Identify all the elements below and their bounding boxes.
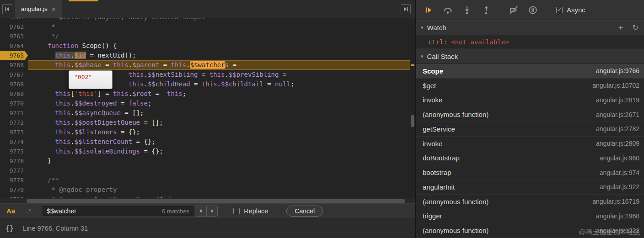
search-input-wrap: 6 matches: [43, 206, 193, 216]
gutter-line-number[interactable]: 9766: [0, 60, 28, 70]
code-line[interactable]: * @ngdoc property: [32, 185, 410, 195]
gutter-line-number[interactable]: 9769: [0, 89, 28, 99]
editor-body: 9761976297639764976597669767976897699770…: [0, 18, 410, 198]
code-line[interactable]: this.$$destroyed = false;: [32, 99, 410, 108]
pretty-print-icon[interactable]: {}: [5, 224, 14, 233]
call-stack-section-header[interactable]: ▾ Call Stack: [416, 49, 644, 64]
next-match-button[interactable]: ∨: [206, 206, 218, 217]
add-watch-icon[interactable]: +: [618, 23, 623, 32]
gutter-line-number[interactable]: 9773: [0, 127, 28, 137]
stack-frame-location: angular.js:974: [600, 169, 639, 176]
code-line[interactable]: this.$$isolateBindings = {};: [32, 147, 410, 156]
replace-checkbox[interactable]: [233, 208, 240, 214]
tab-close-icon[interactable]: ×: [52, 5, 56, 12]
sources-panel: angular.js × 976197629763976497659766976…: [0, 0, 415, 238]
gutter-line-number[interactable]: 9763: [0, 32, 28, 41]
deactivate-breakpoints-icon[interactable]: [508, 4, 520, 16]
code-line[interactable]: this['this'] = this.$root = this;: [32, 89, 410, 99]
navigator-toggle-button[interactable]: [0, 0, 15, 18]
stack-frame-row[interactable]: $getangular.js:10702: [416, 79, 644, 93]
gutter-line-number[interactable]: 9768: [0, 79, 28, 89]
previous-match-button[interactable]: ∧: [195, 206, 206, 217]
stack-frame-function: (anonymous function): [423, 111, 488, 118]
stack-frame-location: angular.js:2671: [596, 111, 639, 118]
match-steppers: ∧ ∨: [195, 206, 218, 217]
match-case-toggle[interactable]: Aa: [6, 207, 15, 215]
gutter-line-number[interactable]: 9765: [0, 51, 28, 60]
code-line[interactable]: this.$$phase = this.$parent = this.$$wat…: [28, 60, 410, 70]
stack-frame-location: angular.js:1968: [596, 212, 639, 220]
stack-frame-function: bootstrap: [423, 169, 451, 176]
gutter-line-number[interactable]: 9764: [0, 41, 28, 51]
stack-frame-row[interactable]: (anonymous function)angular.js:16719: [416, 195, 644, 209]
stack-frame-row[interactable]: (anonymous function)angular.js:2671: [416, 107, 644, 122]
step-over-icon[interactable]: [442, 4, 454, 16]
code-line[interactable]: function Scope() {: [32, 41, 410, 51]
stack-frame-location: angular.js:922: [600, 183, 639, 190]
code-line[interactable]: [32, 166, 410, 175]
step-into-icon[interactable]: [461, 4, 473, 16]
code-line[interactable]: this.$$listenerCount = {};: [32, 137, 410, 147]
tabstrip-spacer: [62, 0, 401, 18]
tab-angular-js[interactable]: angular.js ×: [15, 0, 62, 18]
gutter-line-number[interactable]: 9762: [0, 22, 28, 32]
code-line[interactable]: /**: [32, 175, 410, 185]
gutter-line-number[interactable]: 9779: [0, 185, 28, 195]
stack-frame-row[interactable]: doBootstrapangular.js:960: [416, 151, 644, 166]
cancel-button[interactable]: Cancel: [286, 206, 323, 217]
gutter-line-number[interactable]: 9776: [0, 156, 28, 166]
gutter-line-number[interactable]: 9771: [0, 108, 28, 118]
watch-section-header[interactable]: ▾ Watch + ↻: [416, 20, 644, 35]
stack-frame-row[interactable]: getServiceangular.js:2782: [416, 122, 644, 137]
debugger-sidebar: ✓ Async ▾ Watch + ↻ ctrl:<not available>…: [415, 0, 644, 238]
stack-frame-row[interactable]: angularInitangular.js:922: [416, 180, 644, 195]
scrollbar-execution-marker: [411, 64, 414, 66]
code-line[interactable]: * @name ng.$rootScope.Scope#$id: [32, 195, 410, 198]
gutter-line-number[interactable]: 9775: [0, 147, 28, 156]
gutter-line-number[interactable]: 9780: [0, 195, 28, 198]
collapse-navigator-icon: [2, 4, 12, 14]
drawer-toggle-button[interactable]: [401, 0, 415, 18]
gutter-line-number[interactable]: 9767: [0, 70, 28, 79]
gutter-line-number[interactable]: 9772: [0, 118, 28, 127]
gutter-line-number[interactable]: 9761: [0, 18, 28, 22]
stack-frame-location: angular.js:2782: [596, 125, 639, 132]
refresh-watch-icon[interactable]: ↻: [633, 24, 639, 32]
code-line[interactable]: this.$$postDigestQueue = [];: [32, 118, 410, 127]
code-editor[interactable]: 9761976297639764976597669767976897699770…: [0, 18, 415, 198]
watch-actions: + ↻: [618, 23, 639, 32]
horizontal-scrollbar: [0, 198, 415, 203]
code-line[interactable]: * @returns {Object} Newly created scope.: [32, 18, 410, 22]
pause-on-exceptions-icon[interactable]: [527, 4, 539, 16]
match-count: 6 matches: [162, 208, 189, 215]
stack-frame-row[interactable]: bootstrapangular.js:974: [416, 165, 644, 180]
stack-frame-row[interactable]: triggerangular.js:1968: [416, 209, 644, 224]
watch-expression-row[interactable]: ctrl:<not available>: [416, 35, 644, 49]
horizontal-scrollbar-thumb[interactable]: [27, 199, 405, 203]
regex-toggle[interactable]: .*: [26, 207, 32, 215]
stack-frame-row[interactable]: invokeangular.js:2809: [416, 137, 644, 151]
stack-frame-row[interactable]: Scopeangular.js:9766: [416, 64, 644, 79]
code-line[interactable]: this.$$listeners = {};: [32, 127, 410, 137]
code-line[interactable]: }: [32, 156, 410, 166]
async-checkbox[interactable]: ✓: [556, 7, 563, 13]
async-label: Async: [567, 6, 585, 14]
replace-label: Replace: [244, 207, 268, 215]
gutter-line-number[interactable]: 9774: [0, 137, 28, 147]
step-out-icon[interactable]: [480, 4, 492, 16]
gutter-line-number[interactable]: 9770: [0, 99, 28, 108]
code-line[interactable]: *: [32, 22, 410, 32]
code-line[interactable]: this.$$asyncQueue = [];: [32, 108, 410, 118]
stack-frame-row[interactable]: invokeangular.js:2819: [416, 93, 644, 108]
resume-button[interactable]: [423, 4, 435, 16]
code-line[interactable]: */: [32, 32, 410, 41]
code-line[interactable]: this.$id = nextUid();: [32, 51, 410, 60]
vertical-scrollbar-thumb[interactable]: [411, 115, 414, 127]
gutter-line-number[interactable]: 9777: [0, 166, 28, 175]
call-stack-title: Call Stack: [427, 53, 458, 60]
stack-frame-location: angular.js:10702: [592, 82, 639, 89]
gutter-line-number[interactable]: 9778: [0, 175, 28, 185]
stack-frame-function: invoke: [423, 140, 442, 148]
stack-frame-function: getService: [423, 125, 455, 133]
chevron-down-icon: ▾: [421, 53, 424, 59]
